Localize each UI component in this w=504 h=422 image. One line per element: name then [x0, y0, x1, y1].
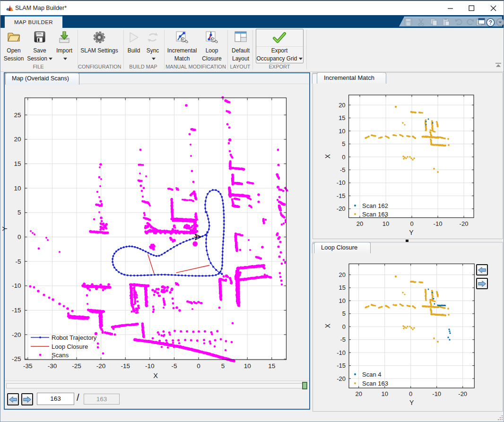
svg-text:Scan 163: Scan 163 — [362, 380, 388, 387]
svg-text:10: 10 — [339, 128, 345, 135]
svg-text:-5: -5 — [15, 258, 21, 265]
svg-text:-20: -20 — [12, 331, 21, 338]
svg-text:-10: -10 — [337, 179, 346, 186]
svg-text:5: 5 — [17, 209, 21, 216]
svg-text:-5: -5 — [340, 336, 346, 343]
svg-text:Scans: Scans — [52, 352, 69, 359]
svg-text:0: 0 — [17, 233, 21, 241]
svg-text:-5: -5 — [171, 362, 177, 370]
svg-text:15: 15 — [339, 114, 345, 121]
svg-text:-15: -15 — [337, 362, 346, 369]
svg-text:-20: -20 — [458, 390, 467, 397]
svg-text:10: 10 — [244, 362, 251, 370]
svg-text:-15: -15 — [12, 307, 21, 314]
svg-text:5: 5 — [342, 310, 346, 317]
svg-text:0: 0 — [197, 362, 200, 370]
svg-text:10: 10 — [339, 297, 346, 304]
svg-text:0: 0 — [410, 220, 413, 227]
svg-text:Y: Y — [1, 226, 9, 231]
svg-text:10: 10 — [14, 185, 21, 192]
svg-text:-25: -25 — [12, 355, 21, 362]
svg-text:0: 0 — [409, 390, 412, 397]
svg-text:-10: -10 — [337, 349, 346, 356]
svg-text:15: 15 — [339, 284, 346, 291]
svg-text:-10: -10 — [145, 362, 155, 370]
svg-text:20: 20 — [355, 390, 362, 397]
svg-text:5: 5 — [221, 362, 225, 370]
svg-text:-20: -20 — [337, 205, 346, 212]
svg-text:Scan 4: Scan 4 — [362, 371, 381, 378]
svg-text:5: 5 — [342, 140, 345, 147]
svg-text:20: 20 — [356, 220, 363, 227]
svg-text:X: X — [153, 372, 158, 379]
svg-text:15: 15 — [14, 160, 21, 167]
svg-text:X: X — [324, 323, 331, 328]
svg-text:X: X — [324, 154, 331, 158]
svg-text:-35: -35 — [23, 362, 33, 370]
svg-text:Scan 162: Scan 162 — [362, 202, 388, 209]
svg-text:20: 20 — [14, 136, 21, 143]
svg-text:15: 15 — [268, 362, 275, 370]
svg-text:-25: -25 — [72, 362, 81, 370]
svg-text:-15: -15 — [337, 192, 346, 199]
svg-text:Loop Closure: Loop Closure — [52, 343, 88, 350]
svg-text:-10: -10 — [12, 282, 21, 289]
svg-text:25: 25 — [14, 112, 21, 119]
svg-text:-5: -5 — [340, 166, 346, 173]
svg-text:-10: -10 — [434, 220, 443, 227]
svg-text:10: 10 — [381, 390, 388, 397]
svg-text:Scan 163: Scan 163 — [362, 211, 388, 218]
svg-text:Y: Y — [409, 399, 414, 406]
svg-text:0: 0 — [342, 154, 345, 161]
svg-text:-20: -20 — [460, 220, 469, 227]
svg-text:-10: -10 — [432, 390, 441, 397]
svg-text:-30: -30 — [48, 362, 57, 370]
svg-text:20: 20 — [339, 271, 346, 278]
svg-text:Y: Y — [409, 229, 414, 236]
svg-text:-15: -15 — [121, 362, 130, 370]
svg-text:-20: -20 — [96, 362, 106, 370]
svg-text:10: 10 — [382, 220, 389, 227]
svg-text:0: 0 — [342, 323, 346, 330]
svg-text:Robot Trajectory: Robot Trajectory — [52, 334, 97, 341]
svg-text:20: 20 — [339, 102, 345, 109]
svg-text:-20: -20 — [337, 375, 346, 382]
